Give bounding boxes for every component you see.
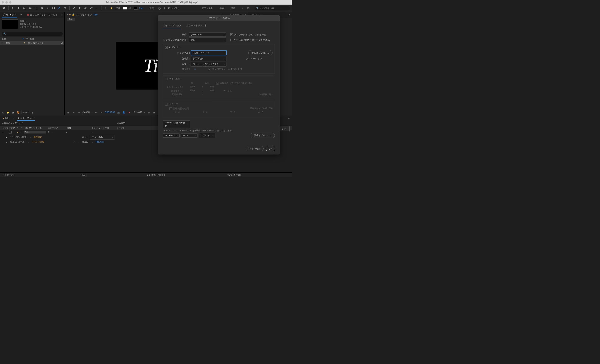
mask-icon[interactable]: 👁 <box>77 110 81 114</box>
render-row-checkbox[interactable] <box>9 131 12 134</box>
svg-point-1 <box>29 7 31 9</box>
color-dropdown[interactable]: ストレート (マットなし)⌵ <box>191 62 226 67</box>
pan-behind-tool-icon[interactable] <box>45 6 50 11</box>
project-search[interactable]: 🔍 <box>2 32 63 36</box>
puppet-tool-icon[interactable] <box>94 6 100 11</box>
channels-icon[interactable]: ● <box>127 110 131 114</box>
close-icon[interactable]: × <box>67 13 68 16</box>
tab-color-management[interactable]: カラーマネジメント <box>186 23 207 29</box>
panel-icon[interactable]: ⊞ <box>245 6 250 11</box>
workspace-default[interactable]: デフォルト <box>200 6 214 11</box>
preview-panel-menu-icon[interactable]: ≡ <box>289 14 290 16</box>
interpret-icon[interactable]: ⊡ <box>1 110 5 114</box>
output-module-link[interactable]: ロスレス圧縮 <box>32 140 44 143</box>
project-row[interactable]: ▸ Title ■ コンポジション ⊞ <box>0 41 64 45</box>
format-options-button[interactable]: 形式オプション... <box>248 50 272 55</box>
adjust-icon[interactable]: 🎨 <box>16 110 20 114</box>
stroke-px[interactable]: 2 px <box>139 7 143 9</box>
fill-swatch[interactable] <box>123 7 127 9</box>
tab-render-queue[interactable]: レンダーキュー <box>17 116 35 121</box>
timecode[interactable]: 0:00:02:06 <box>105 111 115 113</box>
ok-button[interactable]: OK <box>266 146 275 151</box>
overflow-icon[interactable]: » <box>61 14 63 16</box>
brush-tool-icon[interactable] <box>71 6 76 11</box>
comp-subtab[interactable]: Title <box>67 18 75 21</box>
flowchart-icon[interactable]: ⊞ <box>61 41 63 45</box>
hand-tool-icon[interactable] <box>16 6 21 11</box>
transparent-icon[interactable]: ▣ <box>152 110 156 114</box>
grid-icon[interactable]: ⊞ <box>94 110 98 114</box>
cancel-button[interactable]: キャンセル <box>246 146 263 151</box>
output-file-link[interactable]: Title.mov <box>95 141 104 143</box>
lock-icon[interactable]: 🔒 <box>72 13 75 16</box>
clone-tool-icon[interactable] <box>77 6 82 11</box>
tab-project[interactable]: プロジェクト <box>2 12 17 18</box>
format-dropdown[interactable]: QuickTime⌵ <box>189 33 226 37</box>
orbit-tool-icon[interactable] <box>28 6 33 11</box>
crop-checkbox[interactable] <box>165 103 168 106</box>
rect-tool-icon[interactable] <box>51 6 56 11</box>
type-tool-icon[interactable] <box>63 6 68 11</box>
tab-timeline[interactable]: ■ Title <box>2 116 10 120</box>
add-dropdown-icon[interactable]: ◯ <box>157 6 162 11</box>
remove-om-icon[interactable]: − <box>78 141 80 143</box>
camera-tool-icon[interactable] <box>39 6 44 11</box>
rotate-tool-icon[interactable] <box>34 6 38 11</box>
show-snap-icon[interactable]: 👤 <box>122 110 126 114</box>
snapshot-icon[interactable]: 📷 <box>116 110 120 114</box>
selection-tool-icon[interactable] <box>10 6 15 11</box>
tab-main-options[interactable]: メインオプション <box>163 23 181 29</box>
rotobezier-checkbox[interactable] <box>164 7 167 9</box>
add-om-icon[interactable]: ＋ <box>74 140 76 143</box>
zoom-tool-icon[interactable] <box>22 6 27 11</box>
dialog-title: 出力モジュール設定 <box>158 15 280 21</box>
audio-chan-dropdown[interactable]: ステレオ⌵ <box>199 133 216 138</box>
comp-tab-title[interactable]: Title <box>93 13 97 16</box>
home-icon[interactable] <box>2 6 7 11</box>
audio-mode-dropdown[interactable]: オーディオ出力が自動⌵ <box>163 120 190 128</box>
svg-rect-6 <box>53 7 54 9</box>
resize-checkbox[interactable] <box>165 78 168 80</box>
rotobezier-check[interactable]: ロトベジェ <box>164 7 179 10</box>
depth-dropdown[interactable]: 数百万色+⌵ <box>191 56 226 61</box>
roto-tool-icon[interactable] <box>89 6 94 11</box>
label-icon[interactable]: 🏷 <box>26 37 28 40</box>
quality-dropdown[interactable]: (フル画質) <box>133 111 142 114</box>
render-settings-link[interactable]: 最良設定 <box>34 136 42 139</box>
workspace-overflow-icon[interactable]: » <box>241 6 244 11</box>
video-output-checkbox[interactable] <box>165 46 168 49</box>
stroke-label: 線 : <box>129 7 132 10</box>
post-render-dropdown[interactable]: なし⌵ <box>189 37 226 42</box>
window-title: Adobe After Effects 2020 - /Users/nomura… <box>14 1 290 4</box>
folder-icon[interactable]: 📁 <box>6 110 10 114</box>
monitor-icon[interactable]: 🖥 <box>72 110 75 114</box>
fx-icon[interactable]: ▦ <box>147 110 151 114</box>
guides-icon[interactable]: ⊡ <box>100 110 103 114</box>
log-dropdown[interactable]: エラーのみ▾ <box>90 135 115 139</box>
audio-bit-dropdown[interactable]: 16 bit⌵ <box>181 134 197 138</box>
snap-icon[interactable]: ☆ <box>103 6 108 11</box>
traffic-lights[interactable] <box>2 1 11 4</box>
trash-icon[interactable]: 🗑 <box>30 110 34 114</box>
audio-format-options-button[interactable]: 形式オプション... <box>251 133 275 138</box>
help-search[interactable]: 🔍 ヘルプを検索 <box>254 6 290 10</box>
alpha-icon[interactable]: ▦ <box>66 110 70 114</box>
bpc-toggle[interactable]: 8 bpc <box>21 111 29 114</box>
workspace-standard[interactable]: 標準 <box>230 6 237 11</box>
new-comp-icon[interactable]: ▣ <box>11 110 15 114</box>
audio-rate-dropdown[interactable]: 48.000 kHz⌵ <box>163 134 179 138</box>
snap-opts-icon[interactable]: ⚡ <box>109 6 114 11</box>
rq-panel-menu-icon[interactable]: ≡ <box>288 117 290 119</box>
pen-tool-icon[interactable] <box>57 6 62 11</box>
include-link-check[interactable]: プロジェクトのリンクを含める <box>230 33 266 36</box>
workspace-learn[interactable]: 学習 <box>218 6 225 11</box>
tab-effect-controls[interactable]: エフェクトコントロール T <box>27 12 58 17</box>
eraser-tool-icon[interactable] <box>83 6 88 11</box>
zoom-dropdown[interactable]: (146 %) <box>83 111 90 113</box>
svg-point-0 <box>23 7 25 9</box>
project-panel-menu-icon[interactable]: ≡ <box>20 14 22 16</box>
include-xmp-check[interactable]: ソースの XMP メタデータを含める <box>230 38 270 41</box>
channel-dropdown[interactable]: RGB + アルファ⌵ <box>191 50 226 55</box>
project-footer: ⊡ 📁 ▣ 🎨 8 bpc 🗑 <box>0 110 64 115</box>
stroke-swatch[interactable] <box>134 7 138 9</box>
